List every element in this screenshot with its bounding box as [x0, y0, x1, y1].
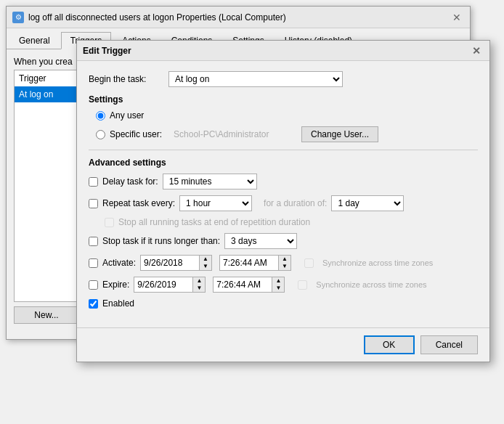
expire-time-field[interactable] — [214, 277, 272, 292]
repeat-task-checkbox[interactable] — [89, 199, 98, 208]
activate-date-spin: ▲ ▼ — [199, 256, 211, 270]
expire-row: Expire: ▲ ▼ ▲ ▼ Synchronize across time … — [89, 277, 478, 293]
dialog-close-button[interactable]: ✕ — [469, 44, 484, 58]
duration-label: for a duration of: — [264, 198, 327, 208]
cancel-button[interactable]: Cancel — [420, 335, 478, 354]
repeat-task-select[interactable]: 1 hour 30 minutes 15 minutes — [179, 195, 252, 211]
activate-date-input[interactable]: ▲ ▼ — [140, 255, 212, 271]
expire-time-input[interactable]: ▲ ▼ — [213, 277, 285, 293]
specific-user-radio[interactable] — [96, 130, 105, 139]
enabled-checkbox[interactable] — [89, 299, 98, 309]
activate-row: Activate: ▲ ▼ ▲ ▼ Synchronize across tim… — [89, 255, 478, 271]
stop-task-row: Stop task if it runs longer than: 3 days… — [89, 233, 478, 249]
main-close-button[interactable]: ✕ — [450, 10, 464, 25]
edit-trigger-dialog: Edit Trigger ✕ Begin the task: At log on… — [76, 40, 490, 362]
expire-date-field[interactable] — [134, 277, 192, 292]
activate-date-up[interactable]: ▲ — [200, 256, 211, 263]
change-user-button[interactable]: Change User... — [301, 126, 378, 142]
delay-task-label: Delay task for: — [102, 176, 158, 187]
specific-user-value: School-PC\Administrator — [174, 129, 290, 139]
stop-all-label: Stop all running tasks at end of repetit… — [118, 217, 310, 227]
activate-checkbox[interactable] — [89, 258, 98, 268]
advanced-settings-label: Advanced settings — [89, 158, 478, 168]
begin-task-label: Begin the task: — [89, 74, 168, 84]
expire-time-down[interactable]: ▼ — [272, 285, 284, 292]
expire-sync-checkbox — [298, 280, 307, 290]
begin-task-row: Begin the task: At log on On a schedule … — [89, 71, 478, 87]
app-icon: ⚙ — [12, 12, 24, 23]
activate-time-down[interactable]: ▼ — [279, 263, 290, 270]
enabled-label: Enabled — [102, 298, 134, 309]
repeat-task-label: Repeat task every: — [102, 198, 175, 208]
activate-sync-label: Synchronize across time zones — [322, 258, 433, 267]
trigger-header: Trigger — [15, 70, 78, 86]
specific-user-label: Specific user: — [110, 129, 162, 139]
enabled-row: Enabled — [89, 298, 478, 309]
activate-date-field[interactable] — [141, 256, 199, 270]
expire-checkbox[interactable] — [89, 280, 98, 290]
stop-task-select[interactable]: 3 days 1 hour 30 minutes — [224, 233, 297, 249]
settings-section-label: Settings — [89, 94, 478, 105]
expire-date-input[interactable]: ▲ ▼ — [134, 277, 206, 293]
expire-time-spin: ▲ ▼ — [272, 277, 284, 292]
duration-select[interactable]: 1 day Indefinitely 30 minutes — [331, 195, 404, 211]
dialog-title-label: Edit Trigger — [83, 46, 131, 56]
any-user-radio[interactable] — [96, 111, 105, 121]
triggers-panel: When you crea Trigger At log on New... — [14, 57, 79, 324]
expire-date-down[interactable]: ▼ — [193, 285, 205, 292]
activate-time-up[interactable]: ▲ — [279, 256, 290, 263]
activate-time-spin: ▲ ▼ — [278, 256, 290, 270]
tab-general[interactable]: General — [9, 32, 60, 49]
triggers-list[interactable]: Trigger At log on — [14, 70, 79, 302]
delay-task-row: Delay task for: 15 minutes 30 minutes 1 … — [89, 174, 478, 189]
expire-sync-label: Synchronize across time zones — [316, 280, 426, 289]
user-settings-group: Any user Specific user: School-PC\Admini… — [96, 110, 478, 142]
activate-time-input[interactable]: ▲ ▼ — [219, 255, 291, 271]
activate-label: Activate: — [102, 258, 136, 268]
activate-date-down[interactable]: ▼ — [200, 263, 211, 270]
activate-time-field[interactable] — [220, 256, 278, 270]
repeat-task-row: Repeat task every: 1 hour 30 minutes 15 … — [89, 195, 478, 211]
expire-label: Expire: — [102, 280, 129, 290]
ok-button[interactable]: OK — [364, 335, 415, 354]
expire-time-up[interactable]: ▲ — [272, 277, 284, 285]
specific-user-row: Specific user: School-PC\Administrator C… — [96, 126, 478, 142]
dialog-title-bar: Edit Trigger ✕ — [77, 41, 489, 61]
stop-task-checkbox[interactable] — [89, 237, 98, 246]
dialog-footer: OK Cancel — [77, 327, 489, 362]
delay-task-checkbox[interactable] — [89, 177, 98, 187]
begin-task-select[interactable]: At log on On a schedule At startup On an… — [168, 71, 343, 87]
stop-all-checkbox — [105, 218, 114, 227]
new-trigger-button[interactable]: New... — [14, 306, 79, 324]
expire-date-spin: ▲ ▼ — [192, 277, 205, 292]
when-you-create-label: When you crea — [14, 57, 79, 67]
stop-all-row: Stop all running tasks at end of repetit… — [89, 217, 478, 227]
expire-date-up[interactable]: ▲ — [193, 277, 205, 285]
delay-task-select[interactable]: 15 minutes 30 minutes 1 hour — [163, 174, 257, 189]
any-user-row: Any user — [96, 110, 478, 121]
activate-sync-checkbox — [304, 258, 314, 268]
stop-task-label: Stop task if it runs longer than: — [102, 236, 220, 246]
any-user-label: Any user — [110, 110, 144, 121]
trigger-item-atlogon[interactable]: At log on — [15, 86, 78, 102]
main-title-bar: ⚙ log off all disconnected users at logo… — [7, 7, 470, 28]
dialog-body: Begin the task: At log on On a schedule … — [77, 61, 489, 325]
main-window-title: log off all disconnected users at logon … — [28, 12, 450, 23]
